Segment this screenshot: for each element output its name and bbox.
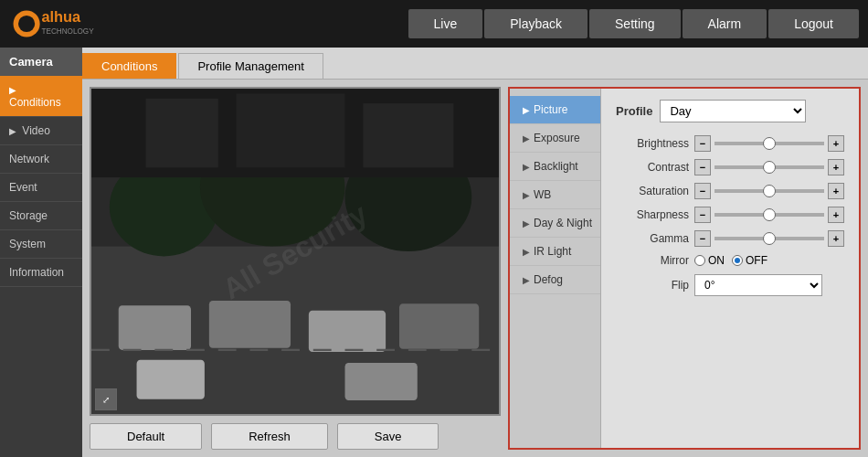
sidebar-camera-label: Camera — [0, 48, 82, 76]
mirror-off-circle — [732, 255, 743, 266]
refresh-button[interactable]: Refresh — [211, 423, 328, 450]
arrow-icon: ▶ — [9, 85, 16, 95]
flip-select[interactable]: 0° 90° 180° 270° — [694, 274, 822, 296]
sub-tab-profile-management[interactable]: Profile Management — [178, 53, 323, 79]
menu-arrow-icon: ▶ — [523, 133, 530, 143]
brightness-slider-thumb[interactable] — [763, 137, 776, 150]
arrow-icon: ▶ — [9, 126, 16, 136]
sidebar-item-video[interactable]: ▶ Video — [0, 117, 82, 145]
main: Camera ▶ Conditions ▶ Video Network Even… — [0, 48, 868, 457]
tab-alarm[interactable]: Alarm — [683, 9, 767, 38]
saturation-row: Saturation − + — [616, 183, 844, 199]
svg-rect-13 — [137, 360, 205, 399]
sidebar: Camera ▶ Conditions ▶ Video Network Even… — [0, 48, 82, 457]
settings-panel: ▶ Picture ▶ Exposure ▶ Backlight ▶ WB — [508, 87, 861, 450]
settings-right-panel: Profile Day Night Normal Brightness − — [601, 89, 859, 448]
sharpness-decrease-button[interactable]: − — [694, 207, 711, 223]
contrast-increase-button[interactable]: + — [828, 159, 844, 175]
tab-logout[interactable]: Logout — [768, 9, 859, 38]
expand-icon[interactable]: ⤢ — [95, 388, 117, 410]
saturation-slider-track[interactable] — [715, 189, 824, 193]
sharpness-slider-thumb[interactable] — [763, 208, 776, 221]
menu-item-ir-light[interactable]: ▶ IR Light — [510, 238, 600, 266]
bottom-buttons-row: Default Refresh Save — [90, 416, 501, 450]
contrast-slider-thumb[interactable] — [763, 161, 776, 174]
svg-rect-19 — [363, 103, 453, 167]
save-button[interactable]: Save — [337, 423, 439, 450]
mirror-on-circle — [694, 255, 705, 266]
sidebar-item-event[interactable]: Event — [0, 174, 82, 202]
svg-rect-17 — [145, 99, 217, 168]
menu-arrow-icon: ▶ — [523, 275, 530, 285]
menu-item-day-night[interactable]: ▶ Day & Night — [510, 209, 600, 238]
saturation-slider-thumb[interactable] — [763, 185, 776, 197]
contrast-decrease-button[interactable]: − — [694, 159, 711, 175]
header: alhua TECHNOLOGY Live Playback Setting A… — [0, 0, 868, 48]
camera-preview-panel: All Security ⤢ Default Refresh Save — [90, 87, 501, 450]
menu-arrow-icon: ▶ — [523, 162, 530, 172]
menu-arrow-icon: ▶ — [523, 190, 530, 200]
menu-arrow-icon: ▶ — [523, 218, 530, 228]
profile-select[interactable]: Day Night Normal — [660, 100, 806, 122]
nav-tabs: Live Playback Setting Alarm Logout — [408, 9, 859, 38]
tab-playback[interactable]: Playback — [484, 9, 587, 38]
video-frame: All Security ⤢ — [90, 87, 501, 416]
settings-menu: ▶ Picture ▶ Exposure ▶ Backlight ▶ WB — [510, 89, 601, 448]
brightness-increase-button[interactable]: + — [828, 135, 844, 152]
sidebar-item-storage[interactable]: Storage — [0, 202, 82, 230]
saturation-decrease-button[interactable]: − — [694, 183, 711, 199]
gamma-increase-button[interactable]: + — [828, 230, 844, 247]
mirror-radio-group: ON OFF — [694, 254, 767, 267]
brightness-row: Brightness − + — [616, 135, 844, 152]
logo: alhua TECHNOLOGY — [9, 5, 155, 42]
contrast-label: Contrast — [616, 161, 689, 174]
gamma-decrease-button[interactable]: − — [694, 230, 711, 247]
mirror-row: Mirror ON OFF — [616, 254, 844, 267]
sub-tab-conditions[interactable]: Conditions — [82, 53, 176, 79]
gamma-row: Gamma − + — [616, 230, 844, 247]
svg-rect-9 — [119, 305, 191, 350]
svg-rect-14 — [345, 363, 418, 400]
radio-selected-dot — [735, 258, 740, 263]
content-area: Conditions Profile Management — [82, 48, 868, 457]
tab-live[interactable]: Live — [408, 9, 483, 38]
contrast-row: Contrast − + — [616, 159, 844, 175]
svg-rect-10 — [209, 301, 291, 348]
brightness-decrease-button[interactable]: − — [694, 135, 711, 152]
profile-label: Profile — [616, 104, 652, 118]
menu-item-picture[interactable]: ▶ Picture — [510, 96, 600, 124]
menu-item-exposure[interactable]: ▶ Exposure — [510, 124, 600, 153]
inner-content: All Security ⤢ Default Refresh Save ▶ Pi… — [82, 80, 868, 457]
mirror-off-radio[interactable]: OFF — [732, 254, 767, 267]
svg-text:alhua: alhua — [41, 8, 81, 25]
default-button[interactable]: Default — [90, 423, 202, 450]
profile-row: Profile Day Night Normal — [616, 100, 844, 122]
svg-text:TECHNOLOGY: TECHNOLOGY — [41, 27, 94, 36]
svg-rect-11 — [309, 311, 386, 352]
saturation-label: Saturation — [616, 185, 689, 197]
sharpness-increase-button[interactable]: + — [828, 207, 844, 223]
sidebar-item-system[interactable]: System — [0, 230, 82, 259]
menu-item-wb[interactable]: ▶ WB — [510, 181, 600, 209]
sidebar-item-network[interactable]: Network — [0, 145, 82, 174]
menu-item-defog[interactable]: ▶ Defog — [510, 266, 600, 294]
svg-rect-12 — [399, 303, 479, 349]
gamma-label: Gamma — [616, 232, 689, 245]
brightness-slider-track[interactable] — [715, 142, 824, 145]
contrast-slider-track[interactable] — [715, 165, 824, 169]
sharpness-slider-track[interactable] — [715, 213, 824, 217]
sharpness-label: Sharpness — [616, 208, 689, 221]
flip-label: Flip — [616, 279, 689, 292]
menu-item-backlight[interactable]: ▶ Backlight — [510, 153, 600, 181]
saturation-increase-button[interactable]: + — [828, 183, 844, 199]
sharpness-row: Sharpness − + — [616, 207, 844, 223]
sidebar-item-information[interactable]: Information — [0, 259, 82, 287]
svg-point-1 — [18, 16, 35, 32]
sidebar-item-conditions[interactable]: ▶ Conditions — [0, 76, 82, 117]
svg-rect-18 — [237, 93, 345, 167]
gamma-slider-track[interactable] — [715, 237, 824, 240]
mirror-on-radio[interactable]: ON — [694, 254, 725, 267]
flip-row: Flip 0° 90° 180° 270° — [616, 274, 844, 296]
tab-setting[interactable]: Setting — [589, 9, 681, 38]
gamma-slider-thumb[interactable] — [763, 232, 776, 245]
